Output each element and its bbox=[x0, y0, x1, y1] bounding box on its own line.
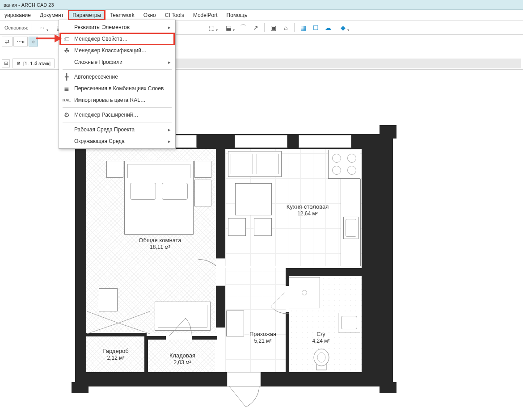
wall-wing bbox=[380, 125, 396, 139]
menu-label: Автопересечение bbox=[74, 74, 118, 80]
menu-citools[interactable]: CI Tools bbox=[160, 10, 189, 20]
room-area: 2,12 м² bbox=[96, 355, 136, 361]
label-hall: Прихожая 5,21 м² bbox=[243, 331, 283, 344]
tab-floor1[interactable]: 🗎 [1. 1-й этаж] bbox=[13, 59, 55, 68]
menu-complex-profiles[interactable]: Сложные Профили bbox=[60, 56, 174, 68]
menu-separator bbox=[63, 69, 172, 70]
tab-label: [1. 1-й этаж] bbox=[23, 61, 51, 66]
tool-a[interactable]: ⬚ bbox=[203, 22, 219, 33]
wall-wardrobe-right bbox=[144, 336, 148, 372]
room-name: Прихожая bbox=[249, 331, 276, 337]
chair bbox=[228, 218, 246, 236]
nightstand bbox=[106, 161, 123, 178]
trace-tool-icon[interactable]: ⋯▸ bbox=[13, 37, 28, 46]
svg-rect-5 bbox=[227, 372, 261, 386]
room-area: 18,11 м² bbox=[129, 244, 191, 251]
parameters-dropdown: Реквизиты Элементов 🏷 Менеджер Свойств… … bbox=[59, 20, 176, 149]
toolbar-label: Основная: bbox=[4, 25, 28, 30]
menu-label: Рабочая Среда Проекта bbox=[74, 126, 135, 133]
room-name: Кухня-столовая bbox=[287, 203, 329, 210]
menu-classification-manager[interactable]: ☘ Менеджер Классификаций… bbox=[60, 45, 174, 56]
room-area: 2,03 м² bbox=[160, 359, 205, 366]
menu-label: Менеджер Свойств… bbox=[74, 36, 128, 42]
svg-line-6 bbox=[229, 386, 246, 407]
svg-marker-1 bbox=[55, 34, 62, 42]
armchair bbox=[99, 288, 118, 311]
menu-project-environment[interactable]: Рабочая Среда Проекта bbox=[60, 124, 174, 135]
door-opening bbox=[286, 286, 289, 312]
menu-parameters[interactable]: Параметры bbox=[68, 10, 105, 20]
table-kitchen bbox=[235, 183, 272, 215]
intersect-icon: ╋ bbox=[62, 72, 72, 81]
label-kitchen: Кухня-столовая 12,64 м² bbox=[276, 203, 339, 217]
menu-help[interactable]: Помощь bbox=[222, 10, 252, 20]
sofa-kitchen bbox=[228, 151, 282, 177]
wall-wc-top bbox=[286, 268, 362, 276]
wardrobe-doors-icon bbox=[86, 311, 151, 335]
menu-layer-intersections[interactable]: ≣ Пересечения в Комбинациях Слоев bbox=[60, 83, 174, 94]
cloud-tool-icon[interactable]: ☁ bbox=[322, 22, 334, 33]
sink-kitchen bbox=[343, 217, 359, 239]
app-title: вания - ARCHICAD 23 bbox=[4, 2, 54, 8]
chair bbox=[254, 218, 272, 236]
menu-property-manager[interactable]: 🏷 Менеджер Свойств… bbox=[60, 33, 174, 45]
menu-document[interactable]: Документ bbox=[35, 10, 68, 20]
menu-addon-manager[interactable]: ⚙ Менеджер Расширений… bbox=[60, 109, 174, 121]
tag-icon: 🏷 bbox=[62, 34, 72, 43]
menu-edit[interactable]: уирование bbox=[0, 10, 35, 20]
menu-work-environment[interactable]: Окружающая Среда bbox=[60, 135, 174, 147]
window-opening bbox=[235, 135, 287, 148]
svg-line-8 bbox=[168, 318, 186, 338]
tab-grid-icon[interactable]: ⊞ bbox=[2, 59, 10, 67]
menu-separator bbox=[63, 107, 172, 108]
door-opening bbox=[166, 336, 192, 340]
menu-import-ral[interactable]: RAL Импортировать цвета RAL… bbox=[60, 94, 174, 106]
sink-bathroom bbox=[338, 313, 360, 332]
pan-tool-icon[interactable]: ⇄ bbox=[2, 37, 13, 46]
dimension-tool[interactable]: ↔ bbox=[34, 22, 50, 33]
home-tool-icon[interactable]: ⌂ bbox=[280, 22, 291, 33]
shape-tool-icon[interactable]: ◆ bbox=[335, 22, 351, 33]
cooktop bbox=[328, 150, 360, 179]
cube-tool-icon[interactable]: ▣ bbox=[267, 22, 279, 33]
menu-element-attributes[interactable]: Реквизиты Элементов bbox=[60, 21, 174, 33]
arc-tool-icon[interactable]: ⌒ bbox=[237, 22, 249, 33]
window-opening bbox=[299, 135, 351, 148]
layers-icon: ≣ bbox=[62, 84, 72, 93]
room-name: Кладовая bbox=[169, 352, 195, 359]
floor-plan: Общая комната 18,11 м² Кухня-столовая 12… bbox=[75, 134, 393, 386]
menu-label: Реквизиты Элементов bbox=[74, 24, 130, 30]
label-wc: С/у 4,24 м² bbox=[305, 331, 337, 344]
menu-window[interactable]: Окно bbox=[139, 10, 160, 20]
menu-auto-intersection[interactable]: ╋ Автопересечение bbox=[60, 71, 174, 83]
toolbar-separator bbox=[264, 23, 265, 32]
room-name: Гардероб bbox=[103, 348, 128, 354]
wall-partition-v1 bbox=[216, 149, 225, 328]
wall-bottom-right bbox=[260, 372, 393, 386]
wall-right bbox=[362, 134, 393, 386]
menu-label: Сложные Профили bbox=[74, 59, 122, 65]
wall-wing bbox=[380, 382, 396, 393]
nightstand bbox=[194, 180, 211, 206]
wall-bottom-left bbox=[75, 372, 229, 386]
ral-icon: RAL bbox=[62, 96, 72, 105]
blank-icon bbox=[62, 125, 72, 134]
callout-arrow-icon bbox=[35, 33, 62, 44]
label-living: Общая комната 18,11 м² bbox=[129, 237, 191, 251]
tab-file-icon: 🗎 bbox=[17, 61, 21, 66]
menu-label: Менеджер Классификаций… bbox=[74, 47, 147, 54]
line-tool-icon[interactable]: ↗ bbox=[250, 22, 262, 33]
room-area: 4,24 м² bbox=[305, 338, 337, 344]
marquee-tool-icon[interactable]: ☐ bbox=[310, 22, 321, 33]
menu-label: Пересечения в Комбинациях Слоев bbox=[74, 85, 164, 92]
menu-teamwork[interactable]: Teamwork bbox=[105, 10, 139, 20]
blank-icon bbox=[62, 23, 72, 32]
room-name: Общая комната bbox=[139, 237, 181, 244]
blank-icon bbox=[62, 137, 72, 146]
wall-left bbox=[75, 134, 86, 386]
menu-modelport[interactable]: ModelPort bbox=[189, 10, 222, 20]
tool-b[interactable]: ⬓ bbox=[220, 22, 236, 33]
select-tool-icon[interactable]: ▦ bbox=[297, 22, 309, 33]
label-storage: Кладовая 2,03 м² bbox=[160, 352, 205, 366]
toilet-icon bbox=[312, 349, 331, 371]
